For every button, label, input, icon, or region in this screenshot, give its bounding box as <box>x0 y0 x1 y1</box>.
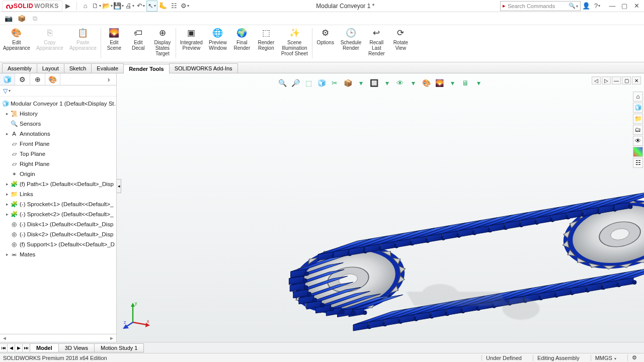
ribbon-render-region[interactable]: ⬚RenderRegion <box>254 25 278 61</box>
tree-item[interactable]: ◎(f) Support<1> (Default<<Default>_D <box>1 239 115 249</box>
tree-item[interactable]: ⌖Origin <box>1 169 115 179</box>
headsup-btn-10[interactable]: ▾ <box>408 77 419 88</box>
undo-icon[interactable]: ↶▾ <box>135 1 146 12</box>
bt-next-icon[interactable]: ▶ <box>15 343 23 352</box>
tree-item[interactable]: ▸📁Links <box>1 189 115 199</box>
tree-item[interactable]: ▱Front Plane <box>1 139 115 149</box>
close-icon[interactable]: ✕ <box>631 1 642 12</box>
tree-item[interactable]: ▸🧩(f) Path<1> (Default<<Default>_Disp <box>1 179 115 189</box>
panel-collapse-grip[interactable]: ◂ <box>117 179 121 193</box>
headsup-btn-14[interactable]: 🖥 <box>460 77 471 88</box>
tree-item[interactable]: ▸AAnnotations <box>1 129 115 139</box>
ribbon-edit-decal[interactable]: 🏷EditDecal <box>126 25 150 61</box>
taskpane-library-icon[interactable]: 📁 <box>633 114 643 124</box>
ribbon-rotate-view[interactable]: ⟳RotateView <box>388 25 413 61</box>
ribbon-edit-appearance[interactable]: 🎨EditAppearance <box>0 25 33 61</box>
headsup-btn-7[interactable]: 🔲 <box>368 77 379 88</box>
tab-render-tools[interactable]: Render Tools <box>123 64 169 73</box>
tab-evaluate[interactable]: Evaluate <box>91 63 124 73</box>
tree-tab-feature[interactable]: 🧊 <box>0 73 15 85</box>
tree-item[interactable]: ▸📜History <box>1 109 115 119</box>
headsup-btn-8[interactable]: ▾ <box>381 77 392 88</box>
tree-item[interactable]: ◎(-) Disk<2> (Default<<Default>_Disp <box>1 229 115 239</box>
headsup-btn-1[interactable]: 🔎 <box>290 77 301 88</box>
tree-root[interactable]: 🧊 Modular Conveyor 1 (Default<Display St… <box>1 99 115 109</box>
vp-minimize-icon[interactable]: — <box>612 76 621 84</box>
help-icon[interactable]: ?▾ <box>592 1 603 12</box>
tree-item[interactable]: ▸🧩(-) Sprocket<1> (Default<<Default>_ <box>1 199 115 209</box>
expand-icon[interactable]: ▸ <box>4 212 10 217</box>
headsup-btn-6[interactable]: ▾ <box>355 77 366 88</box>
tree-filter[interactable]: ▽▾ <box>0 85 116 97</box>
expand-icon[interactable]: ▸ <box>4 111 10 116</box>
ribbon-options[interactable]: ⚙Options <box>313 25 338 61</box>
settings-gear-icon[interactable]: ⚙▾ <box>180 1 191 12</box>
bt-first-icon[interactable]: ⏮ <box>0 343 8 352</box>
new-doc-icon[interactable]: 🗋▾ <box>91 1 102 12</box>
minimize-icon[interactable]: — <box>607 1 618 12</box>
tree-scrollbar[interactable]: ◄► <box>0 334 116 342</box>
tab-assembly[interactable]: Assembly <box>2 63 37 73</box>
expand-icon[interactable]: ▸ <box>4 192 10 197</box>
tree-item[interactable]: ▱Right Plane <box>1 159 115 169</box>
rebuild-icon[interactable]: 🦶 <box>157 1 169 12</box>
graphics-viewport[interactable]: 🔍🔎⬚🧊✂📦▾🔲▾👁▾🎨🌄▾🖥▾ ◁ ▷ — ▢ ✕ ⌂ 🧊 📁 🗂 👁 ☷ <box>117 73 644 342</box>
vp-prev-icon[interactable]: ◁ <box>592 76 601 84</box>
restore-icon[interactable]: ▢ <box>619 1 630 12</box>
tree-item[interactable]: ▸⫘Mates <box>1 249 115 259</box>
open-icon[interactable]: 📂▾ <box>102 1 113 12</box>
ribbon-preview-window[interactable]: 🌐PreviewWindow <box>206 25 230 61</box>
vp-restore-icon[interactable]: ▢ <box>622 76 631 84</box>
headsup-btn-15[interactable]: ▾ <box>473 77 484 88</box>
home-icon[interactable]: ⌂ <box>80 1 91 12</box>
tree-tab-config[interactable]: ⊕ <box>30 73 45 85</box>
bottom-tab-motion-study-1[interactable]: Motion Study 1 <box>94 343 144 352</box>
expand-icon[interactable]: ▸ <box>4 182 10 187</box>
bt-last-icon[interactable]: ⏭ <box>22 343 30 352</box>
status-gear-icon[interactable]: ⚙ <box>627 354 641 361</box>
headsup-btn-3[interactable]: 🧊 <box>316 77 327 88</box>
tree-tab-appearance[interactable]: 🎨 <box>45 73 60 85</box>
view-triad[interactable]: y x z <box>123 300 153 330</box>
tree-item[interactable]: 🔍Sensors <box>1 119 115 129</box>
ribbon-integrated-preview[interactable]: ▣IntegratedPreview <box>177 25 206 61</box>
search-icon[interactable]: 🔍▾ <box>569 3 578 9</box>
ribbon-scene-illum[interactable]: ✨SceneIlluminationProof Sheet <box>278 25 311 61</box>
expand-icon[interactable]: ▸ <box>4 202 10 207</box>
taskpane-explorer-icon[interactable]: 🗂 <box>633 125 643 135</box>
tree-tab-property[interactable]: ⚙ <box>15 73 30 85</box>
headsup-btn-12[interactable]: 🌄 <box>434 77 445 88</box>
ribbon-display-states-target[interactable]: ⊕DisplayStatesTarget <box>150 25 175 61</box>
headsup-btn-4[interactable]: ✂ <box>329 77 340 88</box>
headsup-btn-9[interactable]: 👁 <box>394 77 406 88</box>
tab-solidworks-add-ins[interactable]: SOLIDWORKS Add-Ins <box>169 63 238 73</box>
menu-flyout-icon[interactable]: ▶ <box>62 1 73 12</box>
taskpane-home-icon[interactable]: ⌂ <box>633 92 643 102</box>
taskpane-resources-icon[interactable]: 🧊 <box>633 103 643 113</box>
expand-icon[interactable]: ▸ <box>4 131 10 136</box>
status-units[interactable]: MMGS ▾ <box>591 355 620 361</box>
tab-sketch[interactable]: Sketch <box>64 63 92 73</box>
tree-item[interactable]: ▱Top Plane <box>1 149 115 159</box>
ribbon-schedule-render[interactable]: 🕒ScheduleRender <box>338 25 365 61</box>
screenshot-icon[interactable]: 📷 <box>3 13 14 24</box>
tab-layout[interactable]: Layout <box>37 63 64 73</box>
headsup-btn-11[interactable]: 🎨 <box>421 77 432 88</box>
vp-next-icon[interactable]: ▷ <box>602 76 611 84</box>
ribbon-recall-last-render[interactable]: ↩RecallLastRender <box>364 25 388 61</box>
tree-item[interactable]: ◎(-) Disk<1> (Default<<Default>_Disp <box>1 219 115 229</box>
expand-icon[interactable]: ▸ <box>4 252 10 257</box>
vp-close-icon[interactable]: ✕ <box>632 76 641 84</box>
bottom-tab-model[interactable]: Model <box>30 343 59 352</box>
headsup-btn-5[interactable]: 📦 <box>342 77 353 88</box>
headsup-btn-2[interactable]: ⬚ <box>303 77 314 88</box>
print-icon[interactable]: 🖨▾ <box>124 1 135 12</box>
options-list-icon[interactable]: ☷ <box>169 1 180 12</box>
compare-icon[interactable]: ⧉ <box>29 13 40 24</box>
headsup-btn-13[interactable]: ▾ <box>447 77 458 88</box>
user-icon[interactable]: 👤 <box>581 1 592 12</box>
ribbon-edit-scene[interactable]: 🌄EditScene <box>102 25 126 61</box>
bt-prev-icon[interactable]: ◀ <box>7 343 15 352</box>
select-icon[interactable]: ↖▾ <box>146 1 157 12</box>
save-icon[interactable]: 💾▾ <box>113 1 124 12</box>
